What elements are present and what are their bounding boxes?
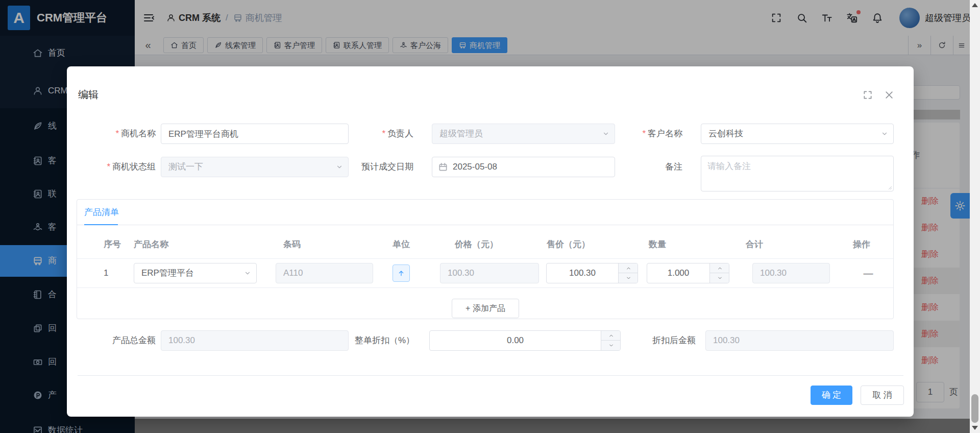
order-discount-input[interactable] [430,331,620,350]
cancel-button[interactable]: 取 消 [861,386,904,405]
increment-button[interactable] [710,263,729,273]
chevron-down-icon [244,270,251,277]
col-unit: 单位 [393,230,410,258]
decrement-button[interactable] [710,273,729,283]
resize-handle-icon[interactable] [886,184,892,190]
barcode-field [276,263,373,283]
discounted-amount-field [705,330,894,351]
sale-price-stepper[interactable] [546,263,638,283]
col-quantity: 数量 [649,230,666,258]
edit-dialog: 编辑 *商机名称 *负责人 超级管理员 *客户名称 云创科技 *商机状态组 测试… [67,66,914,417]
arrow-up-icon [397,269,405,277]
remark-field [701,156,894,191]
chevron-up-icon [717,266,723,271]
status-group-label: *商机状态组 [67,157,156,177]
product-select[interactable]: ERP管理平台 [134,263,257,283]
col-product-name: 产品名称 [134,230,168,258]
tab-product-list[interactable]: 产品清单 [84,200,119,225]
add-product-button[interactable]: + 添加产品 [452,299,519,318]
row-total-field [752,263,830,283]
stepper-controls [709,263,729,283]
price-field [440,263,539,283]
close-date-value: 2025-05-08 [453,157,497,177]
opportunity-name-label: *商机名称 [67,124,156,144]
order-discount-label: 整单折扣（%） [317,330,414,351]
chevron-down-icon [717,275,723,281]
customer-label: *客户名称 [582,124,682,144]
scroll-down-arrow-icon[interactable] [972,426,978,430]
barcode-input[interactable] [276,263,373,283]
dialog-fullscreen-icon[interactable] [863,90,873,100]
product-total-label: 产品总金额 [67,330,156,351]
increment-button[interactable] [619,263,638,273]
footer-divider [78,375,903,376]
scrollbar-thumb[interactable] [971,394,978,423]
dialog-title: 编辑 [78,88,99,102]
remark-label: 备注 [582,157,682,177]
product-tabs: 产品清单 [77,200,893,225]
col-barcode: 条码 [283,230,301,258]
unit-button[interactable] [393,264,410,282]
confirm-button[interactable]: 确 定 [811,386,852,405]
chevron-down-icon [608,343,614,348]
stepper-controls [618,263,638,283]
row-action-placeholder: — [853,263,884,283]
close-date-label: 预计成交日期 [312,157,413,177]
remark-textarea[interactable] [701,156,893,191]
col-index: 序号 [104,230,121,258]
dialog-close-icon[interactable] [884,90,894,100]
chevron-down-icon [626,275,631,281]
owner-label: *负责人 [312,124,413,144]
price-input[interactable] [440,263,538,283]
scrollbar[interactable] [970,0,980,433]
decrement-button[interactable] [619,273,638,283]
discounted-amount-label: 折扣后金额 [614,330,696,351]
quantity-stepper[interactable] [647,263,729,283]
header-divider [77,258,893,259]
active-tab-underline [84,224,118,225]
col-price: 价格（元） [455,230,498,258]
row-divider [77,287,893,288]
product-list-card: 产品清单 序号 产品名称 条码 单位 价格（元） 售价（元） 数量 合计 操作 … [77,199,894,319]
row-index: 1 [104,263,108,283]
row-total-input[interactable] [753,263,829,283]
col-total: 合计 [746,230,763,258]
chevron-up-icon [608,333,614,339]
chevron-down-icon [881,130,888,137]
col-sale-price: 售价（元） [547,230,590,258]
discounted-amount-input[interactable] [706,331,893,350]
order-discount-stepper[interactable] [429,330,621,351]
scroll-up-arrow-icon[interactable] [972,3,978,7]
customer-select[interactable]: 云创科技 [701,124,894,144]
calendar-icon [438,162,448,172]
chevron-up-icon [626,266,631,271]
col-action: 操作 [853,230,870,258]
